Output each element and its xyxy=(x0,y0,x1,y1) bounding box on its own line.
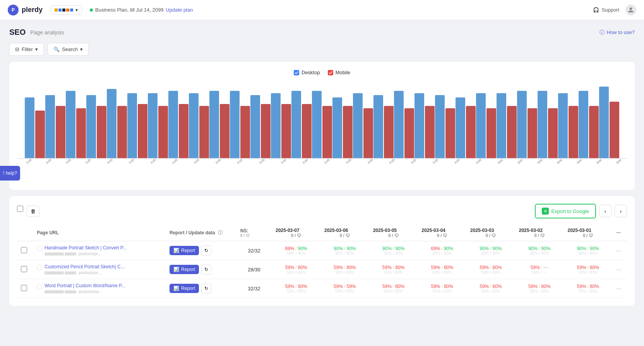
score-cell: 59% / 80% 59% / 80% xyxy=(418,279,466,298)
row-checkbox[interactable] xyxy=(21,266,27,272)
page-subtitle: Page analysis xyxy=(30,29,64,36)
bar-group xyxy=(312,91,332,158)
report-button[interactable]: 📊 Report xyxy=(170,284,199,293)
more-cell[interactable]: ⋯ xyxy=(612,279,627,298)
desktop-bar xyxy=(271,93,281,158)
score-desktop: 59% xyxy=(577,284,586,289)
logo[interactable]: P plerdy xyxy=(8,5,43,15)
score-cell: 90% / 90% 90% / 90% xyxy=(369,241,418,260)
more-icon[interactable]: ⋯ xyxy=(616,267,621,273)
refresh-button[interactable]: ↻ xyxy=(201,264,211,274)
plan-selector[interactable]: ▾ xyxy=(50,5,82,15)
score-desktop: 69% xyxy=(285,246,294,251)
score-sub1: 59% xyxy=(384,289,392,293)
next-page-button[interactable]: › xyxy=(615,205,627,217)
search-button[interactable]: 🔍 Search ▾ xyxy=(48,43,89,56)
x-axis-label: Mar 4, 2025 xyxy=(556,159,572,165)
desktop-bar xyxy=(435,95,445,158)
score-pair: 59% / 80% 59% / 80% xyxy=(470,265,511,274)
bar-group xyxy=(189,93,209,158)
mobile-bar xyxy=(404,108,414,158)
score-cell: 90% / 90% 90% / 90% xyxy=(466,241,515,260)
score-cell: 69% / 90% 69% / 90% xyxy=(418,241,466,260)
more-icon[interactable]: ⋯ xyxy=(616,286,621,291)
prev-page-button[interactable]: ‹ xyxy=(599,205,611,217)
update-plan-link[interactable]: Update plan xyxy=(166,7,193,13)
bar-group xyxy=(476,93,496,158)
how-to-use-button[interactable]: ⓘ How to use? xyxy=(599,29,635,36)
score-desktop: 90% xyxy=(334,246,343,251)
date-3-label: 2025-03-04 xyxy=(421,228,462,233)
x-axis-label: Feb 25, 2025 xyxy=(410,159,428,165)
score-sub-slash: / xyxy=(296,289,297,293)
header: P plerdy ▾ Business Plan, till Jul 14, 2… xyxy=(0,0,644,20)
score-sub2: 80% xyxy=(541,289,549,293)
report-button[interactable]: 📊 Report xyxy=(170,265,199,274)
x-axis-label: Mar 2, 2025 xyxy=(517,159,533,165)
desktop-checkbox[interactable] xyxy=(294,70,299,75)
delete-button[interactable]: 🗑 xyxy=(26,206,40,217)
score-sub2: 80% xyxy=(395,289,403,293)
ns-value: 28/30 xyxy=(240,267,268,273)
chart-legend: Desktop Mobile xyxy=(17,70,627,75)
select-all-checkbox[interactable] xyxy=(17,206,23,212)
refresh-button[interactable]: ↻ xyxy=(201,245,211,256)
report-button[interactable]: 📊 Report xyxy=(170,246,199,255)
score-sub1: 59% xyxy=(481,270,489,274)
refresh-button[interactable]: ↻ xyxy=(201,283,211,293)
url-link[interactable]: Word Portrait | Custom Word/Name P... xyxy=(45,283,125,288)
url-icon xyxy=(37,246,42,251)
url-link[interactable]: Customized Pencil Portrait Sketch| C... xyxy=(45,264,125,269)
score-pair: 59% / 80% 59% / 80% xyxy=(421,265,462,274)
score-pair: 59% / — 59% / — xyxy=(519,265,560,274)
th-date-1: 2025-03-06 0 / 🗨 xyxy=(320,225,369,241)
bar-group xyxy=(435,95,455,158)
mobile-checkbox[interactable] xyxy=(328,70,333,75)
score-sub2: 90% xyxy=(346,251,354,256)
chart-bars xyxy=(17,82,627,159)
url-link[interactable]: Handmade Portrait Sketch | Convert P... xyxy=(45,245,127,251)
desktop-bar xyxy=(599,87,609,158)
chart-card: Desktop Mobile Feb 7, 2025Feb 8, 2025Feb… xyxy=(9,62,635,190)
user-icon[interactable] xyxy=(625,5,636,15)
score-sub1: 59% xyxy=(433,270,440,274)
chevron-left-icon: ‹ xyxy=(605,208,606,214)
dot3 xyxy=(62,9,65,12)
help-button[interactable]: ! help? xyxy=(0,166,20,181)
url-icon xyxy=(37,265,42,270)
score-cell: 59% / 59% 59% / 59% xyxy=(320,279,369,298)
page-title: SEO xyxy=(9,28,26,37)
date-4-label: 2025-03-03 xyxy=(470,228,511,233)
desktop-bar xyxy=(579,91,588,158)
report-cell: 📊 Report ↻ xyxy=(166,260,236,279)
x-axis-label: Mar 1, 2025 xyxy=(497,159,513,165)
more-icon[interactable]: ⋯ xyxy=(616,248,621,254)
url-cell: Word Portrait | Custom Word/Name P... pr… xyxy=(33,279,166,298)
score-sub2: 80% xyxy=(298,270,305,274)
row-checkbox[interactable] xyxy=(21,247,27,253)
row-checkbox[interactable] xyxy=(21,285,27,291)
th-date-3: 2025-03-04 0 / 🗨 xyxy=(418,225,466,241)
score-sub-slash: / xyxy=(490,270,492,274)
score-desktop: 90% xyxy=(480,246,489,251)
filter-button[interactable]: ⊟ Filter ▾ xyxy=(9,43,44,56)
bar-group xyxy=(107,89,127,158)
mobile-bar xyxy=(179,104,188,158)
table-head: Page URL Report / Update data ⓘ NS: 0 / … xyxy=(17,225,627,241)
score-sub-slash: / xyxy=(344,251,345,256)
score-desktop: 59% xyxy=(480,265,489,270)
desktop-bar xyxy=(250,95,260,158)
mobile-bar xyxy=(302,104,312,158)
mobile-bar xyxy=(97,106,106,158)
more-cell[interactable]: ⋯ xyxy=(612,241,627,260)
more-cell[interactable]: ⋯ xyxy=(612,260,627,279)
x-axis-label: Feb 8, 2025 xyxy=(45,159,61,165)
support-button[interactable]: 🎧 Support xyxy=(593,7,619,13)
x-axis-label: Feb 20, 2025 xyxy=(302,159,319,165)
score-mobile: 80% xyxy=(298,284,307,289)
mobile-bar xyxy=(35,111,45,158)
date-0-label: 2025-03-07 xyxy=(276,228,317,233)
score-mobile: 90% xyxy=(590,246,599,251)
x-axis-label: Feb 26, 2025 xyxy=(432,159,449,165)
export-google-button[interactable]: G Export to Google xyxy=(535,204,596,218)
